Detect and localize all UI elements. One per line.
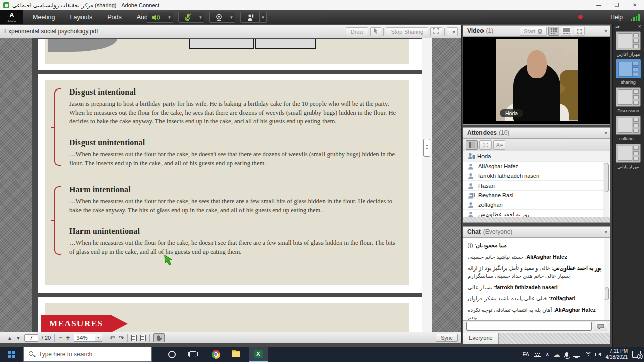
attendees-pod-title: Attendees [467, 129, 497, 136]
search-placeholder: Type here to search [39, 347, 92, 361]
start-button[interactable] [0, 347, 23, 362]
microphone-muted-icon [184, 13, 192, 21]
menu-item[interactable]: Pods [100, 10, 129, 24]
language-indicator[interactable]: FA [522, 351, 529, 357]
chrome-button[interactable] [206, 347, 225, 362]
display-icon[interactable] [573, 352, 580, 357]
chat-scrollbar[interactable] [604, 238, 609, 320]
volume-icon[interactable] [596, 352, 601, 356]
onedrive-icon[interactable]: ☁ [554, 351, 560, 358]
send-message-button[interactable] [594, 322, 607, 331]
start-webcam-button[interactable]: Start [520, 27, 547, 36]
breakout-view-button[interactable] [479, 140, 492, 150]
chrome-icon [212, 350, 220, 359]
attendee-row[interactable]: zolfaghari [463, 200, 610, 210]
webcam-button[interactable] [209, 12, 228, 23]
attendee-status-view-button[interactable] [466, 140, 478, 150]
raise-hand-dropdown[interactable]: ▼ [260, 12, 267, 23]
sync-button[interactable]: Sync [436, 334, 458, 342]
chat-input[interactable] [466, 322, 592, 331]
file-explorer-button[interactable] [226, 347, 246, 362]
microphone-button[interactable] [178, 12, 197, 23]
share-scrollbar[interactable] [422, 38, 432, 332]
continuous-view-icon[interactable] [140, 335, 146, 341]
page-number-input[interactable] [24, 334, 38, 342]
excel-button-active[interactable]: X [249, 347, 268, 362]
layout-item[interactable]: sharing [613, 59, 644, 85]
attendee-row[interactable]: پور به احمد عطاوی‌س [463, 210, 610, 217]
help-menu[interactable]: Help [610, 10, 623, 24]
chat-message: AliAsghar Hafez: آهان بله به انتصاب تصاد… [468, 306, 603, 321]
attendee-row[interactable]: farrokh fathizadeh naseri [463, 171, 610, 181]
speaker-button[interactable] [147, 12, 166, 23]
grid-view-button[interactable] [548, 27, 559, 36]
presenter-row[interactable]: Hoda [463, 151, 610, 161]
tray-expand-icon[interactable]: ∧ [546, 352, 549, 357]
share-scrollbar-thumb[interactable] [423, 139, 430, 157]
tab-everyone[interactable]: Everyone [463, 333, 499, 344]
layout-item[interactable]: مهراز آغازین [613, 31, 644, 57]
zoom-out-button[interactable]: − [58, 334, 62, 342]
minimize-button[interactable]: — [590, 0, 608, 10]
slide-section: Disgust intentional Jason is preparing t… [69, 87, 396, 126]
layout-thumbnail[interactable] [616, 87, 641, 107]
filmstrip-view-button[interactable] [561, 27, 572, 36]
stop-sharing-button[interactable]: Stop Sharing [386, 27, 428, 36]
pointer-icon [373, 28, 378, 34]
rotate-left-button[interactable]: ↶ [110, 334, 115, 342]
rotate-right-button[interactable]: ↷ [118, 334, 124, 342]
attendees-scrollbar-thumb[interactable] [604, 163, 609, 192]
system-tray: FA ∧ ☁ 7:11 PM 4/18/2021 2 [522, 347, 644, 362]
share-pod-menu-icon[interactable]: ≡▾ [447, 27, 458, 36]
maximize-button[interactable]: ❐ [608, 0, 626, 10]
task-view-button[interactable] [183, 347, 202, 362]
clock[interactable]: 7:11 PM 4/18/2021 [606, 348, 628, 361]
attendees-pod-menu-icon[interactable]: ≡▾ [602, 130, 607, 136]
keyboard-icon[interactable] [534, 352, 541, 357]
tray-microphone-icon[interactable] [565, 352, 568, 357]
layout-item[interactable]: مهراز پایانی [613, 144, 644, 169]
layouts-menu-icon[interactable]: ≡▾ [615, 24, 619, 29]
layout-thumbnail[interactable] [616, 116, 641, 135]
attendees-scrollbar[interactable] [603, 162, 609, 217]
raise-hand-button[interactable] [240, 12, 260, 23]
video-fullscreen-button[interactable] [574, 27, 585, 36]
layout-thumbnail[interactable] [616, 31, 641, 50]
page-up-button[interactable]: ▲ [7, 335, 12, 341]
layout-item[interactable]: Discussion [613, 87, 644, 113]
speaker-icon [151, 14, 162, 21]
slide-section: Harm unintentional …When he measures out… [69, 227, 396, 256]
wifi-icon[interactable] [585, 352, 592, 357]
cortana-button[interactable] [162, 347, 181, 362]
fullscreen-button[interactable] [430, 27, 442, 36]
hand-tool-button[interactable] [153, 333, 165, 342]
menu-item[interactable]: Layouts [62, 10, 100, 24]
taskbar-search[interactable]: Type here to search [23, 347, 152, 362]
pointer-button[interactable] [370, 27, 381, 36]
zoom-select[interactable]: 94% ▼ [74, 334, 102, 342]
chat-pod-menu-icon[interactable]: ≡▾ [602, 229, 607, 235]
attendee-row[interactable]: AliAsghar Hafez [463, 162, 610, 171]
close-button[interactable]: ✕ [626, 0, 644, 10]
draw-button[interactable]: Draw [346, 27, 369, 36]
video-pod-menu-icon[interactable]: ≡▾ [602, 28, 607, 34]
action-center-icon[interactable]: 2 [632, 351, 641, 358]
layout-thumbnail[interactable] [616, 144, 641, 163]
attendee-options-button[interactable]: A [493, 140, 505, 150]
zoom-in-button[interactable]: + [66, 334, 70, 342]
page-down-button[interactable]: ▼ [16, 335, 21, 341]
attendee-row[interactable]: Hasan [463, 181, 610, 191]
webcam-dropdown[interactable]: ▼ [228, 12, 235, 23]
attendee-row[interactable]: Reyhane Rasi [463, 191, 610, 200]
zoom-caret-icon[interactable]: ▼ [95, 334, 102, 342]
layout-thumbnail[interactable] [616, 59, 641, 78]
video-feed: Hoda [463, 37, 610, 124]
chat-sender: AliAsghar Hafez [527, 254, 568, 260]
layouts-close-icon[interactable]: ✕ [638, 24, 641, 29]
speaker-dropdown[interactable]: ▼ [166, 12, 173, 23]
chat-scrollbar-thumb[interactable] [605, 287, 609, 300]
menu-item[interactable]: Meeting [25, 10, 62, 24]
single-page-view-icon[interactable] [131, 335, 137, 341]
microphone-dropdown[interactable]: ▼ [197, 12, 204, 23]
layout-item[interactable]: collabo... [613, 116, 644, 141]
